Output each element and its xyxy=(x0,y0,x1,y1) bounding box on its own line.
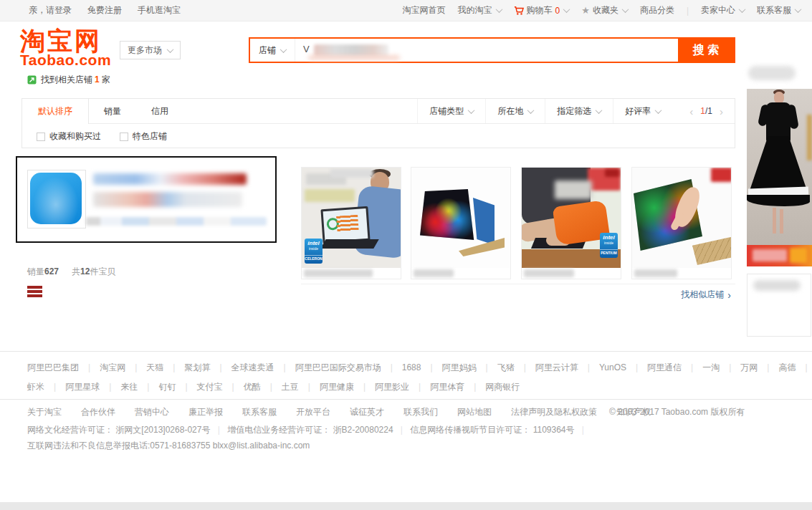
footer-link[interactable]: 阿里妈妈 xyxy=(421,362,476,372)
product-caption xyxy=(302,268,401,279)
favorites-menu[interactable]: ★收藏夹 xyxy=(581,4,628,16)
blurred-text xyxy=(305,189,355,202)
footer-link[interactable]: 阿里巴巴国际交易市场 xyxy=(274,362,381,372)
footer-link[interactable]: 来往 xyxy=(100,382,138,392)
footer-link[interactable]: 天猫 xyxy=(125,362,163,372)
taobao-home-link[interactable]: 淘宝网首页 xyxy=(403,4,446,16)
footer-link[interactable]: 阿里影业 xyxy=(354,382,409,392)
sort-tab[interactable]: 默认排序 xyxy=(22,99,89,124)
find-similar-shops-link[interactable]: 找相似店铺› xyxy=(681,289,731,301)
prev-page-button[interactable]: ‹ xyxy=(689,106,693,117)
product-card[interactable]: intelinsidePENTIUM xyxy=(521,167,621,279)
search-category-select[interactable]: 店铺 xyxy=(250,39,295,62)
filter-panel: 默认排序销量信用 店铺类型所在地指定筛选好评率 ‹ 1/1 › 收藏和购买过 特… xyxy=(22,98,735,148)
footer-link[interactable]: 联系客服 xyxy=(242,407,277,417)
sort-tabs: 默认排序销量信用 xyxy=(22,99,183,123)
checkbox-bought-favorited[interactable]: 收藏和购买过 xyxy=(37,130,101,143)
contact-service-menu[interactable]: 联系客服 xyxy=(757,4,801,16)
footer-link[interactable]: 支付宝 xyxy=(176,382,222,392)
sort-tab[interactable]: 信用 xyxy=(136,99,183,123)
footer-link[interactable]: 高德 xyxy=(758,362,796,372)
footer-link[interactable]: 一淘 xyxy=(682,362,720,372)
login-link[interactable]: 亲，请登录 xyxy=(29,4,72,16)
filter-dropdown[interactable]: 所在地 xyxy=(485,99,545,123)
product-image-4[interactable] xyxy=(632,168,731,268)
find-similar-label: 找相似店铺 xyxy=(681,289,724,301)
next-page-button[interactable]: › xyxy=(720,106,723,117)
cart-count-badge: 0 xyxy=(555,6,560,16)
footer-link[interactable]: 廉正举报 xyxy=(188,407,223,417)
footer-link[interactable]: 万网 xyxy=(720,362,758,372)
product-card[interactable] xyxy=(631,167,732,279)
bottom-strip xyxy=(0,502,812,510)
footer-link[interactable]: 阿里巴巴集团 xyxy=(27,362,79,372)
more-markets-dropdown[interactable]: 更多市场 xyxy=(120,41,181,59)
star-icon: ★ xyxy=(581,6,590,15)
checkbox-featured-shops[interactable]: 特色店铺 xyxy=(120,130,167,143)
footer-link[interactable]: 优酷 xyxy=(223,382,261,392)
register-link[interactable]: 免费注册 xyxy=(87,4,122,16)
categories-link[interactable]: 商品分类 xyxy=(640,4,674,16)
search-input[interactable]: V xyxy=(295,39,678,62)
shop-avatar[interactable] xyxy=(30,173,82,224)
shop-result-card[interactable] xyxy=(16,156,277,243)
cart-menu[interactable]: 购物车0 xyxy=(514,4,570,16)
checkbox-icon[interactable] xyxy=(120,133,128,141)
footer-link[interactable]: 法律声明及隐私权政策 xyxy=(511,407,597,417)
blurred-banner-text xyxy=(753,249,787,261)
taobao-logo[interactable]: 淘宝网 Taobao.com xyxy=(20,29,111,67)
footer-link[interactable]: 阿里星球 xyxy=(44,382,100,392)
footer-link[interactable]: 聚划算 xyxy=(163,362,210,372)
footer-link[interactable]: 1688 xyxy=(381,362,421,372)
footer-link[interactable]: 联系我们 xyxy=(403,407,438,417)
footer-link[interactable]: UC xyxy=(796,362,812,372)
footer-link[interactable]: 虾米 xyxy=(27,382,44,392)
chevron-down-icon xyxy=(596,107,603,114)
checkbox-icon[interactable] xyxy=(37,133,45,141)
footer-link[interactable]: 飞猪 xyxy=(477,362,515,372)
footer-link[interactable]: 诚征英才 xyxy=(350,407,384,417)
footer-link[interactable]: 关于淘宝 xyxy=(27,407,62,417)
footer-link[interactable]: 合作伙伴 xyxy=(81,407,115,417)
footer-link[interactable]: 阿里体育 xyxy=(409,382,464,392)
my-taobao-menu[interactable]: 我的淘宝 xyxy=(458,4,502,16)
footer-link[interactable]: 阿里云计算 xyxy=(515,362,578,372)
footer-link[interactable]: 网站地图 xyxy=(457,407,492,417)
pagination: ‹ 1/1 › xyxy=(672,99,735,123)
product-image-2[interactable] xyxy=(411,168,510,268)
top-bar-left: 亲，请登录 免费注册 手机逛淘宝 xyxy=(29,0,181,21)
filter-dropdown[interactable]: 指定筛选 xyxy=(545,99,613,123)
intel-pentium-badge: intelinsidePENTIUM xyxy=(600,233,618,258)
footer-link[interactable]: 开放平台 xyxy=(296,407,330,417)
footer-link[interactable]: 阿里健康 xyxy=(299,382,354,392)
footer-link[interactable]: 阿里通信 xyxy=(626,362,682,372)
mobile-taobao-link[interactable]: 手机逛淘宝 xyxy=(138,4,181,16)
divider: | xyxy=(687,6,689,16)
sidebar-ad-banner[interactable] xyxy=(747,89,812,266)
sort-tab[interactable]: 销量 xyxy=(89,99,136,123)
product-card[interactable] xyxy=(411,167,511,279)
product-image-1[interactable]: intelinsideCELERON xyxy=(302,168,401,268)
search-query-text: V xyxy=(303,44,310,54)
blurred-caption xyxy=(304,269,373,277)
shop-stats: 销量627共12件宝贝 xyxy=(27,266,115,278)
filter-dropdown[interactable]: 好评率 xyxy=(613,99,672,123)
product-image-3[interactable]: intelinsidePENTIUM xyxy=(522,168,621,268)
filter-dropdown[interactable]: 店铺类型 xyxy=(417,99,485,123)
footer-link[interactable]: 营销中心 xyxy=(135,407,169,417)
cart-icon xyxy=(514,6,524,16)
search-button[interactable]: 搜 索 xyxy=(678,39,734,62)
footer-link[interactable]: 土豆 xyxy=(261,382,299,392)
seller-center-menu[interactable]: 卖家中心 xyxy=(701,4,745,16)
footer-link[interactable]: 钉钉 xyxy=(138,382,176,392)
footer-link[interactable]: 网商银行 xyxy=(464,382,520,392)
chevron-down-icon xyxy=(795,6,802,13)
product-card[interactable]: intelinsideCELERON xyxy=(301,167,401,279)
blurred-shop-info xyxy=(93,192,242,207)
footer-link[interactable]: 淘宝网 xyxy=(79,362,125,372)
footer-link[interactable]: 全球速卖通 xyxy=(210,362,274,372)
photo-shape xyxy=(692,236,731,265)
footer-link[interactable]: YunOS xyxy=(578,362,626,372)
found-text: 找到相关店铺1家 xyxy=(41,74,110,86)
list-view-icon[interactable] xyxy=(27,286,42,299)
